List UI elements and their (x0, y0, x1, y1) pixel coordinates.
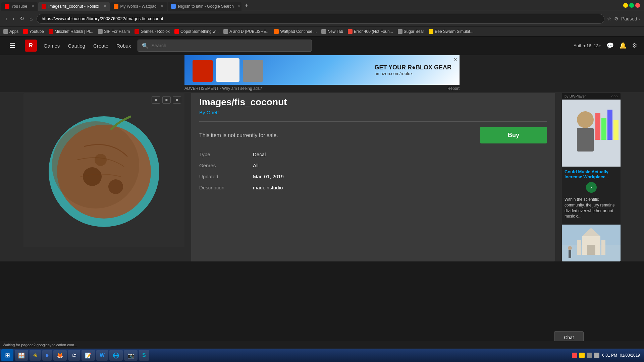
meta-row-type: Type Decal (199, 152, 547, 157)
description-label: Description (199, 185, 253, 190)
bookmark-wattpad[interactable]: Wattpad Continue ... (274, 29, 317, 34)
item-option-btn-1[interactable]: ■ (152, 96, 160, 104)
bookmark-sip-label: SIP For Psalm (104, 29, 130, 34)
profile-indicator[interactable]: Paused › (621, 16, 640, 21)
taskbar-item-9[interactable]: 📷 (124, 350, 138, 361)
url-bar[interactable] (37, 14, 604, 24)
bookmark-wattpad-icon (274, 29, 279, 34)
taskbar-right: 6:01 PM 01/03/2019 (572, 353, 643, 358)
svg-rect-9 (595, 113, 600, 140)
tab-youtube[interactable]: YouTube ✕ (1, 2, 38, 11)
bookmark-sugar[interactable]: Sugar Bear (398, 29, 424, 34)
side-ad-panel: by BWPlayer ○○○ (562, 93, 621, 261)
bookmark-newtab-icon (321, 29, 326, 34)
tab-favicon-wp (114, 4, 118, 9)
tab-google[interactable]: english to latin - Google Search ✕ (168, 2, 241, 11)
bookmark-youtube[interactable]: Youtube (23, 29, 44, 34)
buy-button[interactable]: Buy (480, 127, 547, 143)
svg-rect-20 (569, 250, 571, 258)
tab-close-rb[interactable]: ✕ (101, 4, 106, 8)
bookmark-bee-label: Bee Swarm Simulat... (435, 29, 473, 34)
bookmark-newtab[interactable]: New Tab (321, 29, 343, 34)
bookmark-mischief[interactable]: Mischief Radish | Pl... (49, 29, 93, 34)
new-tab-button[interactable]: + (242, 2, 251, 9)
taskbar-item-2[interactable]: ☀ (30, 350, 41, 361)
bookmark-oops-icon (174, 29, 179, 34)
nav-robux-link[interactable]: Robux (116, 43, 131, 49)
taskbar-item-1[interactable]: 🪟 (15, 350, 28, 361)
taskbar-item-7[interactable]: W (96, 350, 108, 361)
bookmark-bee[interactable]: Bee Swarm Simulat... (429, 29, 473, 34)
item-image-area: ■ ■ ■ (23, 93, 184, 247)
taskbar-item-5[interactable]: 🗂 (68, 350, 80, 361)
bookmark-sugar-icon (398, 29, 402, 34)
side-ad-play-button[interactable]: › (586, 182, 597, 193)
notification-icon[interactable]: 🔔 (619, 42, 627, 49)
item-sale-status: This item is not currently for sale. (199, 132, 278, 138)
taskbar-item-3[interactable]: e (42, 350, 52, 361)
shirt-gray (243, 60, 263, 82)
taskbar-item-8[interactable]: 🌐 (109, 350, 123, 361)
refresh-button[interactable]: ↻ (18, 14, 25, 23)
taskbar-icon-9: 📷 (127, 352, 134, 359)
home-button[interactable]: ⌂ (28, 14, 34, 23)
nav-create-link[interactable]: Create (93, 43, 108, 49)
bookmark-games[interactable]: Games - Roblox (135, 29, 170, 34)
description-value: madeinstudio (253, 185, 283, 190)
status-text: Waiting for pagead2.googlesyndication.co… (3, 343, 641, 347)
start-button[interactable]: ⊞ (1, 349, 13, 361)
bookmark-icon[interactable]: ☆ (607, 16, 611, 21)
bookmark-oops[interactable]: Oops! Something w... (174, 29, 219, 34)
genres-value: All (253, 163, 259, 168)
item-option-btn-3[interactable]: ■ (173, 96, 181, 104)
tab-wattpad[interactable]: My Works - Wattpad ✕ (110, 2, 167, 11)
maximize-button[interactable] (629, 3, 634, 8)
bookmark-aand[interactable]: A and D (PUBLISHE... (223, 29, 269, 34)
svg-rect-19 (601, 240, 605, 255)
tab-group: YouTube ✕ Images/fis_coconut - Roblox ✕ … (1, 0, 621, 11)
item-author-link[interactable]: Onett (207, 110, 219, 115)
search-input[interactable] (151, 43, 308, 48)
taskbar-item-4[interactable]: 🦊 (53, 350, 67, 361)
bookmark-newtab-label: New Tab (327, 29, 343, 34)
forward-button[interactable]: › (11, 14, 15, 23)
bookmark-sip-icon (98, 29, 103, 34)
bookmark-apps-icon (3, 29, 8, 34)
ad-close-button[interactable]: ✕ (453, 57, 458, 62)
chat-nav-icon[interactable]: 💬 (606, 42, 614, 49)
item-option-btn-2[interactable]: ■ (162, 96, 171, 104)
bookmark-mischief-icon (49, 29, 53, 34)
roblox-nav-links: Games Catalog Create Robux (44, 43, 131, 49)
taskbar-icon-1: 🪟 (18, 352, 25, 359)
side-ad-title[interactable]: Could Music Actually Increase Workplace.… (562, 167, 621, 182)
hamburger-menu-button[interactable]: ☰ (7, 39, 18, 52)
tray-icon-1 (572, 353, 577, 358)
type-label: Type (199, 152, 253, 157)
svg-point-7 (577, 111, 594, 128)
tab-label-wp: My Works - Wattpad (120, 4, 157, 9)
bookmark-apps[interactable]: Apps (3, 29, 18, 34)
extensions-icon[interactable]: ⚙ (614, 16, 619, 21)
tray-icon-2 (579, 353, 585, 358)
ad-report-link[interactable]: Report (447, 86, 460, 91)
svg-point-4 (108, 179, 123, 194)
taskbar-item-6[interactable]: 📝 (82, 350, 95, 361)
settings-nav-icon[interactable]: ⚙ (632, 42, 637, 49)
svg-rect-8 (577, 128, 594, 152)
nav-games-link[interactable]: Games (44, 43, 60, 49)
updated-label: Updated (199, 174, 253, 179)
tab-close-gs[interactable]: ✕ (236, 4, 241, 8)
bookmark-sip[interactable]: SIP For Psalm (98, 29, 130, 34)
tab-roblox[interactable]: Images/fis_coconut - Roblox ✕ (38, 2, 109, 11)
svg-rect-17 (587, 245, 595, 255)
tab-close-wp[interactable]: ✕ (159, 4, 164, 8)
minimize-button[interactable] (623, 3, 628, 8)
tab-close-yt[interactable]: ✕ (29, 4, 34, 8)
back-button[interactable]: ‹ (4, 14, 8, 23)
svg-rect-18 (577, 240, 581, 255)
bookmark-error[interactable]: Error 400 (Not Foun... (348, 29, 393, 34)
bookmark-sugar-label: Sugar Bear (404, 29, 424, 34)
taskbar-item-10[interactable]: S (139, 350, 149, 361)
close-button[interactable] (635, 3, 640, 8)
nav-catalog-link[interactable]: Catalog (68, 43, 85, 49)
